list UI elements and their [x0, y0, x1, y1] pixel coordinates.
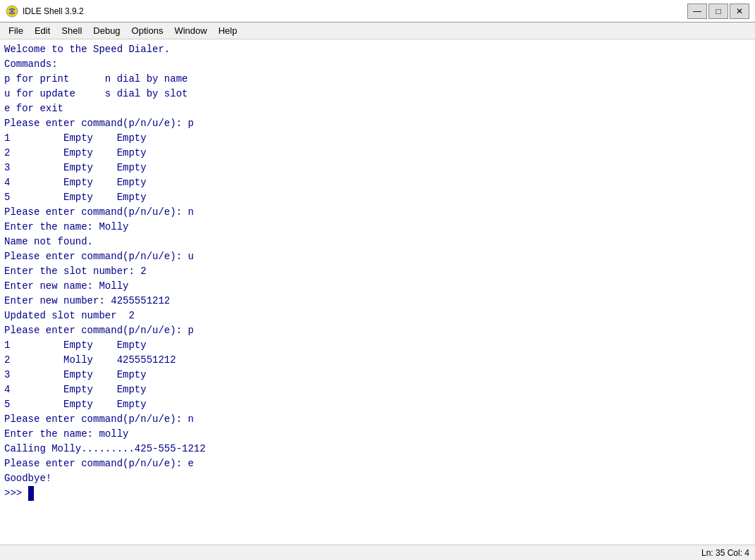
menu-item-edit[interactable]: Edit	[29, 23, 56, 39]
app-icon	[6, 5, 18, 18]
menu-item-shell[interactable]: Shell	[56, 23, 87, 39]
menu-item-options[interactable]: Options	[126, 23, 169, 39]
menu-item-debug[interactable]: Debug	[87, 23, 125, 39]
menu-item-help[interactable]: Help	[213, 23, 243, 39]
maximize-button[interactable]: □	[708, 4, 728, 19]
close-button[interactable]: ✕	[730, 4, 749, 19]
window-title: IDLE Shell 3.9.2	[23, 6, 84, 16]
menu-item-file[interactable]: File	[3, 23, 29, 39]
minimize-button[interactable]: —	[687, 4, 707, 19]
status-bar: Ln: 35 Col: 4	[0, 545, 755, 560]
shell-prompt: >>>	[4, 487, 28, 499]
shell-output: Welcome to the Speed Dialer. Commands: p…	[0, 39, 755, 504]
title-bar-left: IDLE Shell 3.9.2	[6, 5, 84, 18]
title-bar: IDLE Shell 3.9.2 — □ ✕	[0, 0, 755, 23]
cursor	[28, 486, 34, 501]
svg-point-1	[11, 10, 13, 13]
cursor-position: Ln: 35 Col: 4	[701, 548, 749, 558]
shell-container[interactable]: Welcome to the Speed Dialer. Commands: p…	[0, 39, 755, 545]
menu-item-window[interactable]: Window	[168, 23, 212, 39]
window-controls: — □ ✕	[687, 4, 749, 19]
menu-bar: FileEditShellDebugOptionsWindowHelp	[0, 23, 755, 39]
